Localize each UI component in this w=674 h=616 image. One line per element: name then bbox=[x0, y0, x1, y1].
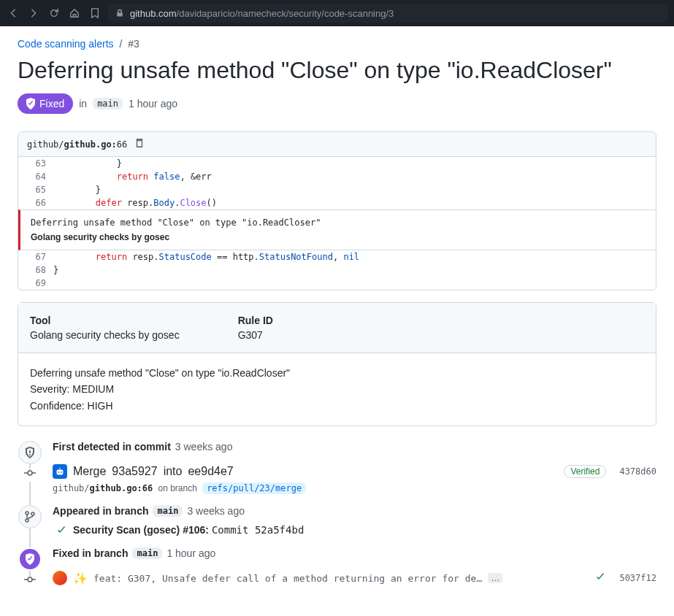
shield-icon bbox=[18, 441, 42, 464]
code-line: 67 return resp.StatusCode == http.Status… bbox=[18, 250, 656, 263]
status-row: Fixed in main 1 hour ago bbox=[18, 93, 656, 114]
merge-into: into bbox=[164, 465, 183, 478]
breadcrumb-parent[interactable]: Code scanning alerts bbox=[18, 38, 114, 50]
details-confidence: Confidence: HIGH bbox=[30, 398, 644, 414]
merge-sha2[interactable]: ee9d4e7 bbox=[188, 465, 233, 478]
check-icon[interactable] bbox=[594, 571, 606, 585]
commit-dot-icon bbox=[24, 467, 36, 479]
fixed-badge: Fixed bbox=[18, 93, 73, 114]
merge-label: Merge bbox=[73, 465, 106, 478]
page-title: Deferring unsafe method "Close" on type … bbox=[18, 55, 656, 85]
svg-point-8 bbox=[26, 519, 28, 522]
status-branch[interactable]: main bbox=[93, 98, 123, 109]
tool-label: Tool bbox=[30, 315, 180, 326]
fixed-branch[interactable]: main bbox=[132, 547, 162, 559]
rule-value: G307 bbox=[238, 329, 273, 341]
svg-point-9 bbox=[31, 512, 34, 515]
code-line: 64 return false, &err bbox=[18, 170, 656, 183]
appeared-time: 3 weeks ago bbox=[187, 505, 245, 517]
merge-sha1[interactable]: 93a5927 bbox=[112, 465, 157, 478]
forward-button[interactable] bbox=[26, 6, 41, 20]
bot-avatar[interactable] bbox=[53, 464, 67, 479]
shield-check-icon bbox=[25, 98, 37, 109]
url-bar[interactable]: github.com/davidaparicio/namecheck/secur… bbox=[108, 4, 668, 23]
appeared-branch[interactable]: main bbox=[153, 505, 183, 517]
code-box: github/github.go:66 63 }64 return false,… bbox=[18, 131, 656, 290]
check-title[interactable]: Security Scan (gosec) #106: bbox=[73, 524, 209, 536]
tool-value: Golang security checks by gosec bbox=[30, 329, 180, 341]
code-lines-before: 63 }64 return false, &err65 }66 defer re… bbox=[18, 157, 656, 209]
code-line: 69 bbox=[18, 277, 656, 290]
commit-message[interactable]: feat: G307, Unsafe defer call of a metho… bbox=[93, 573, 482, 584]
commit-dot-icon bbox=[24, 574, 36, 585]
url-path: /davidaparicio/namecheck/security/code-s… bbox=[177, 8, 394, 19]
svg-point-7 bbox=[26, 512, 28, 515]
svg-point-10 bbox=[28, 577, 32, 582]
details-msg: Deferring unsafe method "Close" on type … bbox=[30, 365, 644, 381]
svg-point-5 bbox=[61, 471, 62, 473]
ellipsis-button[interactable]: … bbox=[488, 573, 502, 583]
breadcrumb-current: #3 bbox=[128, 38, 139, 50]
shield-check-icon bbox=[18, 547, 42, 571]
copy-icon[interactable] bbox=[134, 138, 145, 150]
breadcrumb-sep: / bbox=[119, 38, 122, 50]
details-box: Tool Golang security checks by gosec Rul… bbox=[18, 302, 656, 426]
svg-point-0 bbox=[28, 471, 32, 475]
reload-button[interactable] bbox=[47, 6, 61, 20]
merge-right-sha[interactable]: 4378d60 bbox=[619, 466, 656, 477]
alert-tool: Golang security checks by gosec bbox=[31, 232, 646, 242]
status-time: 1 hour ago bbox=[129, 98, 177, 109]
details-severity: Severity: MEDIUM bbox=[30, 381, 644, 397]
rule-label: Rule ID bbox=[238, 315, 273, 326]
url-host: github.com bbox=[130, 8, 177, 19]
lock-icon bbox=[115, 9, 124, 18]
sparkle-emoji: ✨ bbox=[73, 571, 88, 585]
check-icon bbox=[55, 524, 67, 536]
status-in: in bbox=[79, 98, 87, 109]
svg-point-4 bbox=[58, 471, 59, 473]
details-body: Deferring unsafe method "Close" on type … bbox=[18, 353, 656, 426]
browser-bar: github.com/davidaparicio/namecheck/secur… bbox=[0, 0, 674, 26]
code-line: 63 } bbox=[18, 157, 656, 170]
code-line: 65 } bbox=[18, 183, 656, 196]
details-head: Tool Golang security checks by gosec Rul… bbox=[18, 303, 656, 353]
check-commit: Commit 52a5f4bd bbox=[212, 524, 304, 536]
first-detected-time: 3 weeks ago bbox=[175, 441, 233, 453]
merge-branch[interactable]: refs/pull/23/merge bbox=[202, 482, 306, 494]
appeared-title: Appeared in branch bbox=[53, 505, 148, 517]
breadcrumb: Code scanning alerts / #3 bbox=[18, 38, 656, 50]
svg-rect-3 bbox=[57, 470, 64, 475]
fixed-time: 1 hour ago bbox=[166, 547, 215, 559]
code-line: 68} bbox=[18, 263, 656, 277]
home-button[interactable] bbox=[67, 6, 82, 20]
code-box-header: github/github.go:66 bbox=[18, 132, 656, 157]
code-path[interactable]: github/github.go:66 bbox=[27, 139, 127, 150]
back-button[interactable] bbox=[6, 6, 20, 20]
alert-message: Deferring unsafe method "Close" on type … bbox=[31, 217, 646, 228]
alert-banner: Deferring unsafe method "Close" on type … bbox=[18, 209, 656, 250]
verified-badge[interactable]: Verified bbox=[564, 465, 606, 478]
code-lines-after: 67 return resp.StatusCode == http.Status… bbox=[18, 250, 656, 290]
commit-right-sha[interactable]: 5037f12 bbox=[619, 573, 656, 583]
merge-file-row: github/github.go:66 on branch refs/pull/… bbox=[53, 483, 656, 493]
git-branch-icon bbox=[18, 505, 42, 528]
user-avatar[interactable] bbox=[53, 571, 67, 585]
timeline: First detected in commit 3 weeks ago Mer… bbox=[29, 441, 656, 588]
fixed-title: Fixed in branch bbox=[53, 547, 128, 559]
code-line: 66 defer resp.Body.Close() bbox=[18, 196, 656, 209]
bookmark-button[interactable] bbox=[88, 6, 102, 20]
first-detected-title: First detected in commit bbox=[53, 441, 171, 453]
fixed-label: Fixed bbox=[39, 98, 64, 109]
